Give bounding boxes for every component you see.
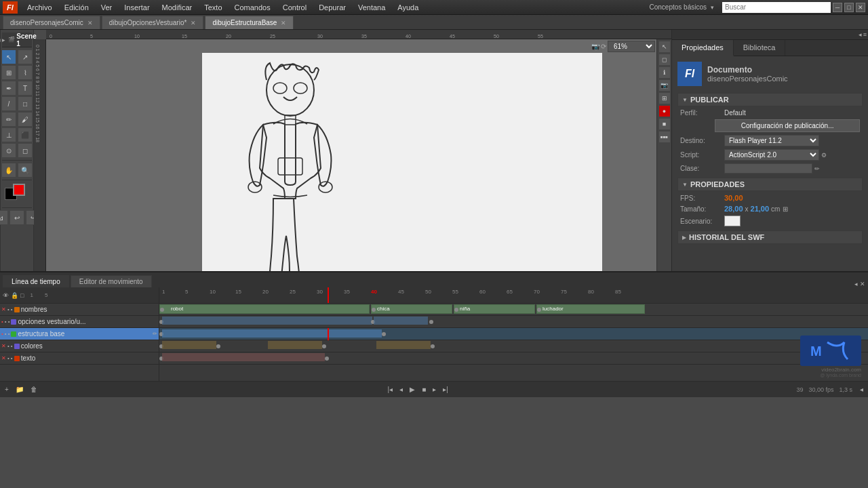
rect-tool[interactable]: □ [18, 96, 33, 111]
next-frame-btn[interactable]: ▸ [431, 385, 438, 394]
resize-icon[interactable]: ⊞ [783, 205, 788, 213]
class-input[interactable] [724, 163, 812, 174]
maximize-button[interactable]: □ [844, 3, 854, 12]
menu-ver[interactable]: Ver [96, 2, 118, 13]
fps-value[interactable]: 30,00 [724, 194, 743, 202]
publish-section-header[interactable]: ▼ PUBLICAR [677, 93, 863, 106]
menu-insertar[interactable]: Insertar [119, 2, 155, 13]
transform-tool[interactable]: ⊞ [1, 65, 16, 80]
layer-vestuario[interactable]: • • • opciones vestuario/u... [0, 316, 159, 328]
hand-tool[interactable]: ✋ [1, 163, 16, 178]
fill-color[interactable] [13, 184, 25, 196]
subselect-tool[interactable]: ↗ [18, 49, 33, 64]
layer-nombres-vis-icon[interactable]: ✕ [1, 306, 6, 312]
layer-estructura[interactable]: • • • estructura base ✏ [0, 328, 159, 340]
zoom-select[interactable]: 61% 50% 75% 100% [608, 41, 655, 52]
go-start-btn[interactable]: |◂ [386, 385, 395, 394]
layer-estructura-edit-icon[interactable]: ✏ [153, 331, 157, 337]
black-color-btn[interactable]: ■ [658, 118, 671, 130]
info-btn[interactable]: ℹ [658, 66, 671, 79]
width-value[interactable]: 28,00 [724, 205, 743, 213]
color-row-btn[interactable]: ■■■ [658, 131, 671, 143]
class-edit-icon[interactable]: ✏ [812, 164, 822, 174]
rotate-icon[interactable]: ⟳ [601, 43, 606, 50]
tab-estructura[interactable]: dibujoEstructuraBase ✕ [205, 16, 294, 29]
search-input[interactable] [722, 2, 831, 13]
tab-vestuario[interactable]: dibujoOpcionesVestuario* ✕ [102, 16, 204, 29]
tl-lock-icon[interactable]: 🔒 [11, 292, 18, 299]
scroll-left-btn[interactable]: ◂ [858, 385, 865, 394]
tl-eye-icon[interactable]: 👁 [3, 292, 9, 299]
tab-vestuario-close[interactable]: ✕ [191, 20, 196, 26]
back-arrow-icon[interactable]: ◂ [0, 37, 1, 43]
camera-tool[interactable]: ↩ [9, 210, 24, 225]
script-settings-icon[interactable]: ⚙ [819, 150, 829, 160]
layer-colores-vis-icon[interactable]: ✕ [1, 343, 6, 349]
close-button[interactable]: ✕ [856, 3, 865, 12]
select-tool[interactable]: ↖ [1, 49, 16, 64]
tab-biblioteca[interactable]: Biblioteca [734, 40, 786, 56]
menu-modificar[interactable]: Modificar [157, 2, 198, 13]
pencil-tool[interactable]: ✏ [1, 112, 16, 127]
workspace-arrow-icon[interactable]: ▾ [711, 4, 714, 11]
config-publish-button[interactable]: Configuración de publicación... [715, 119, 860, 132]
panel-menu-icon[interactable]: ≡ [863, 31, 867, 38]
tab-propiedades[interactable]: Propiedades [672, 40, 734, 56]
zoom-tool[interactable]: 🔍 [18, 163, 33, 178]
text-tool[interactable]: T [18, 81, 33, 96]
stage-color-box[interactable] [724, 216, 741, 226]
layer-texto[interactable]: ✕ • • texto [0, 352, 159, 365]
layer-nombres[interactable]: ✕ • • nombres [0, 304, 159, 316]
menu-control[interactable]: Control [277, 2, 312, 13]
go-end-btn[interactable]: ▸| [441, 385, 450, 394]
prev-frame-btn[interactable]: ◂ [397, 385, 405, 394]
bone-tool[interactable]: ⊥ [1, 127, 16, 142]
timeline-collapse-icon[interactable]: ◂ [854, 281, 858, 287]
menu-comandos[interactable]: Comandos [229, 2, 276, 13]
red-color-btn[interactable]: ● [658, 105, 671, 117]
bone-tool-2[interactable]: ⊿ [0, 210, 8, 225]
brush-tool[interactable]: 🖌 [18, 112, 33, 127]
layer-estructura-vis-icon[interactable]: • [1, 331, 3, 337]
add-layer-btn[interactable]: + [3, 385, 11, 394]
grid-btn[interactable]: ⊞ [658, 92, 671, 104]
menu-ventana[interactable]: Ventana [353, 2, 391, 13]
play-btn[interactable]: ▶ [408, 385, 417, 394]
camera-r[interactable]: 📷 [658, 79, 671, 92]
playhead[interactable] [328, 287, 329, 303]
add-folder-btn[interactable]: 📁 [14, 385, 26, 394]
delete-layer-btn[interactable]: 🗑 [28, 385, 39, 394]
pen-tool[interactable]: ✒ [1, 81, 16, 96]
line-tool[interactable]: / [1, 96, 16, 111]
eraser-tool[interactable]: ◻ [18, 143, 33, 158]
layer-vestuario-vis-icon[interactable]: • [1, 319, 3, 325]
paint-bucket[interactable]: ⬛ [18, 127, 33, 142]
tab-diseno-close[interactable]: ✕ [87, 20, 93, 26]
height-value[interactable]: 21,00 [751, 205, 770, 213]
menu-edicion[interactable]: Edición [59, 2, 94, 13]
flash-player-select[interactable]: Flash Player 11.2 Flash Player 11.1 Flas… [724, 135, 819, 146]
forward-arrow-icon[interactable]: ▸ [2, 37, 5, 43]
select-tool-r[interactable]: ↖ [658, 41, 671, 53]
layer-texto-vis-icon[interactable]: ✕ [1, 355, 6, 361]
eyedropper-tool[interactable]: ⊙ [1, 143, 16, 158]
menu-ayuda[interactable]: Ayuda [392, 2, 424, 13]
minimize-button[interactable]: ─ [833, 3, 842, 12]
actionscript-select[interactable]: ActionScript 2.0 ActionScript 3.0 [724, 149, 819, 161]
tab-estructura-close[interactable]: ✕ [281, 20, 286, 26]
lasso-tool[interactable]: ⌇ [18, 65, 33, 80]
tab-timeline[interactable]: Línea de tiempo [3, 275, 69, 287]
canvas-stage[interactable] [202, 53, 602, 271]
stop-btn[interactable]: ■ [420, 385, 428, 394]
zoom-fit-r[interactable]: ◻ [658, 54, 671, 66]
properties-section-header[interactable]: ▼ PROPIEDADES [677, 178, 863, 191]
panel-collapse-icon[interactable]: ◂ [859, 31, 862, 38]
layer-colores[interactable]: ✕ • • colores [0, 340, 159, 352]
tab-motion-editor[interactable]: Editor de movimiento [71, 275, 152, 287]
menu-texto[interactable]: Texto [199, 2, 227, 13]
timeline-menu-icon[interactable]: ✕ [860, 281, 865, 287]
menu-depurar[interactable]: Depurar [313, 2, 351, 13]
tab-diseno[interactable]: disenoPersonajesComic ✕ [3, 16, 100, 29]
tl-box-icon[interactable]: □ [20, 292, 24, 299]
fit-icon[interactable]: 📷 [591, 43, 599, 50]
